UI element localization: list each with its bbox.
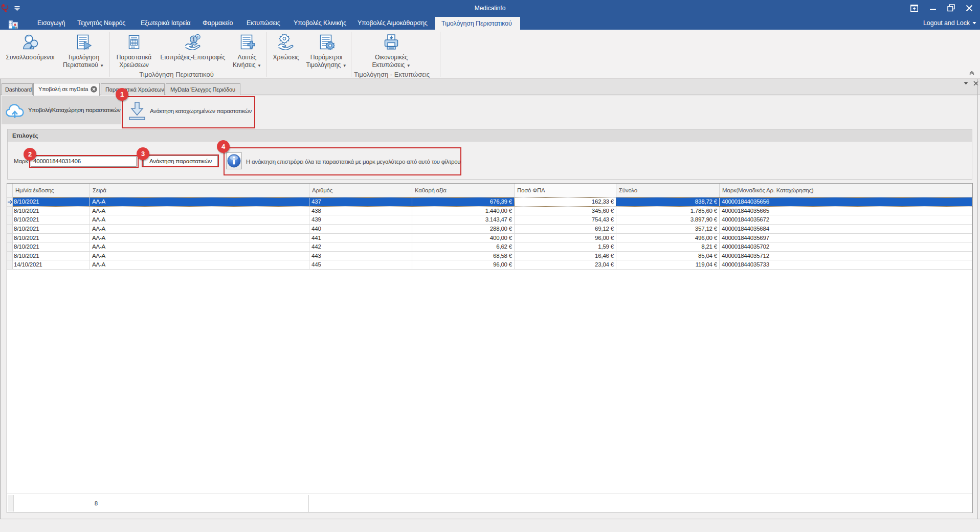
svg-text:1: 1	[192, 37, 195, 42]
